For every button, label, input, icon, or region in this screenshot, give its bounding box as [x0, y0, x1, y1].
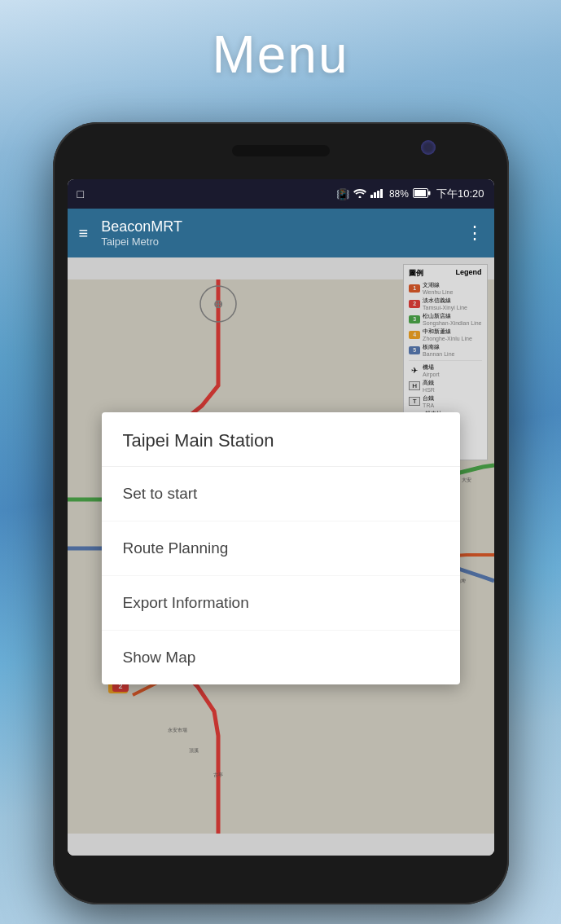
app-subtitle: Taipei Metro — [101, 235, 465, 248]
phone-screen: □ 📳 — [68, 179, 494, 856]
phone-speaker — [232, 145, 330, 156]
svg-rect-1 — [370, 195, 373, 198]
battery-percent: 88% — [389, 188, 409, 200]
hamburger-menu-icon[interactable]: ≡ — [79, 224, 89, 243]
menu-item-set-to-start[interactable]: Set to start — [102, 467, 460, 521]
menu-item-export-information[interactable]: Export Information — [102, 576, 460, 631]
context-menu: Taipei Main Station Set to start Route P… — [102, 412, 460, 684]
svg-rect-3 — [377, 191, 379, 198]
svg-point-0 — [358, 196, 361, 198]
page-title: Menu — [0, 24, 561, 85]
context-menu-station-name: Taipei Main Station — [102, 412, 460, 467]
time-display: 下午10:20 — [436, 187, 484, 201]
app-toolbar: ≡ BeaconMRT Taipei Metro ⋮ — [68, 209, 494, 257]
status-right-icons: 📳 88% — [336, 187, 484, 201]
svg-rect-2 — [374, 192, 376, 198]
toolbar-title-block: BeaconMRT Taipei Metro — [101, 218, 465, 249]
svg-rect-4 — [380, 189, 383, 198]
phone-frame: □ 📳 — [53, 122, 509, 904]
screen-record-icon: □ — [77, 187, 84, 200]
signal-icon — [370, 188, 385, 200]
svg-rect-7 — [428, 191, 431, 195]
battery-icon — [413, 188, 431, 200]
phone-camera — [421, 140, 436, 155]
status-bar: □ 📳 — [68, 179, 494, 209]
menu-item-show-map[interactable]: Show Map — [102, 631, 460, 684]
wifi-icon — [353, 188, 366, 200]
svg-rect-6 — [414, 190, 426, 196]
more-options-icon[interactable]: ⋮ — [466, 222, 483, 244]
app-name: BeaconMRT — [101, 218, 465, 236]
status-left-icons: □ — [77, 187, 84, 200]
vibrate-icon: 📳 — [336, 188, 349, 200]
map-area: 4A 2 永安市場 頂溪 古亭 大安森林公園 大安 後山埤 昆陽 ⊕ — [68, 257, 494, 856]
menu-item-route-planning[interactable]: Route Planning — [102, 521, 460, 576]
